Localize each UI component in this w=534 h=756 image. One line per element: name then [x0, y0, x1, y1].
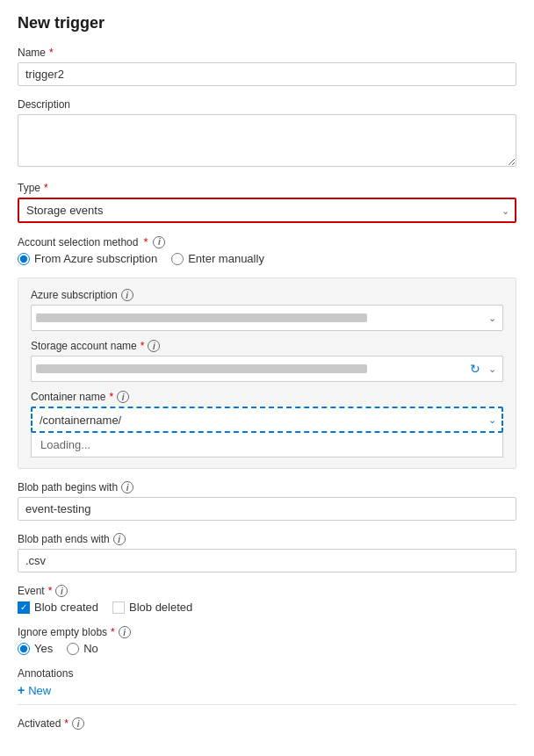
storage-account-label: Storage account name * i [31, 340, 503, 352]
ignore-empty-yes-input[interactable] [18, 643, 30, 655]
event-checkbox-group: ✓ Blob created Blob deleted [18, 601, 516, 614]
account-method-radio-group: From Azure subscription Enter manually [18, 252, 516, 265]
event-required: * [48, 585, 53, 597]
blob-path-begins-input[interactable] [18, 497, 516, 521]
container-name-group: Container name * i /containername/ ⌄ Loa… [31, 391, 503, 457]
type-required: * [44, 182, 48, 194]
description-field-group: Description [18, 98, 516, 169]
ignore-empty-blobs-radio-group: Yes No [18, 642, 516, 655]
storage-account-refresh-icon[interactable]: ↻ [470, 362, 480, 376]
name-label: Name * [18, 47, 516, 59]
blob-path-begins-label: Blob path begins with i [18, 481, 516, 493]
account-method-label-row: Account selection method * i [18, 235, 516, 248]
plus-icon: + [18, 683, 25, 697]
container-name-loading-dropdown: Loading... [31, 433, 503, 457]
event-label: Event * i [18, 585, 516, 597]
radio-enter-manually-input[interactable] [171, 253, 184, 265]
ignore-empty-blobs-required: * [111, 626, 115, 638]
name-required: * [49, 47, 54, 59]
container-name-info-icon[interactable]: i [117, 391, 129, 403]
blob-path-ends-info-icon[interactable]: i [113, 533, 126, 545]
account-method-info-icon[interactable]: i [153, 236, 165, 248]
azure-subscription-group: Azure subscription i ⌄ [31, 289, 503, 331]
annotations-group: Annotations + New [18, 667, 516, 705]
page-title: New trigger [18, 14, 516, 32]
radio-azure-subscription[interactable]: From Azure subscription [18, 252, 157, 265]
activated-required: * [64, 717, 69, 730]
storage-account-select-wrapper: ⌄ ↻ [31, 356, 503, 382]
ignore-empty-blobs-yes[interactable]: Yes [18, 642, 53, 655]
activated-label: Activated * i [18, 717, 516, 730]
ignore-empty-blobs-no[interactable]: No [67, 642, 98, 655]
description-label: Description [18, 98, 516, 111]
event-info-icon[interactable]: i [55, 585, 68, 597]
blob-deleted-label[interactable]: Blob deleted [112, 601, 192, 614]
radio-azure-subscription-input[interactable] [18, 253, 30, 265]
container-name-label: Container name * i [31, 391, 503, 403]
ignore-empty-no-input[interactable] [67, 643, 79, 655]
type-label: Type * [18, 182, 516, 194]
activated-group: Activated * i [18, 717, 516, 730]
azure-subscription-select-wrapper: ⌄ [31, 305, 503, 331]
name-field-group: Name * [18, 47, 516, 86]
radio-enter-manually[interactable]: Enter manually [171, 252, 264, 265]
account-selection-group: Account selection method * i From Azure … [18, 235, 516, 265]
blob-path-begins-group: Blob path begins with i [18, 481, 516, 521]
storage-account-required: * [141, 340, 145, 352]
blob-created-checkbox[interactable]: ✓ [18, 601, 30, 614]
blob-path-ends-group: Blob path ends with i [18, 533, 516, 572]
blob-deleted-checkbox[interactable] [112, 601, 125, 614]
type-select-wrapper: Storage events Schedule Custom events Tu… [18, 198, 516, 223]
ignore-empty-blobs-group: Ignore empty blobs * i Yes No [18, 626, 516, 655]
blob-path-ends-input[interactable] [18, 549, 516, 572]
storage-account-group: Storage account name * i ⌄ ↻ [31, 340, 503, 382]
description-input[interactable] [18, 114, 516, 167]
storage-account-info-icon[interactable]: i [148, 340, 160, 352]
blob-created-label[interactable]: ✓ Blob created [18, 601, 98, 614]
blob-created-check-icon: ✓ [20, 602, 27, 612]
name-input[interactable] [18, 62, 516, 86]
add-annotation-button[interactable]: + New [18, 683, 51, 697]
azure-subscription-label: Azure subscription i [31, 289, 503, 301]
container-name-required: * [109, 391, 113, 403]
storage-account-select[interactable] [31, 356, 503, 382]
blob-path-ends-label: Blob path ends with i [18, 533, 516, 545]
azure-subscription-info-icon[interactable]: i [121, 289, 134, 301]
container-name-wrapper: /containername/ ⌄ Loading... [31, 407, 503, 457]
annotations-divider [18, 704, 516, 705]
annotations-label: Annotations [18, 667, 516, 680]
blob-path-begins-info-icon[interactable]: i [121, 481, 134, 493]
type-select[interactable]: Storage events Schedule Custom events Tu… [18, 198, 516, 223]
activated-info-icon[interactable]: i [72, 717, 84, 730]
ignore-empty-blobs-label: Ignore empty blobs * i [18, 626, 516, 638]
type-field-group: Type * Storage events Schedule Custom ev… [18, 182, 516, 223]
ignore-empty-blobs-info-icon[interactable]: i [119, 626, 131, 638]
event-field-group: Event * i ✓ Blob created Blob deleted [18, 585, 516, 614]
azure-subscription-select[interactable] [31, 305, 503, 331]
container-name-select[interactable]: /containername/ [31, 407, 503, 433]
azure-sub-section: Azure subscription i ⌄ Storage account n… [18, 277, 516, 469]
account-method-label: Account selection method [18, 236, 138, 248]
account-method-required: * [143, 235, 148, 248]
